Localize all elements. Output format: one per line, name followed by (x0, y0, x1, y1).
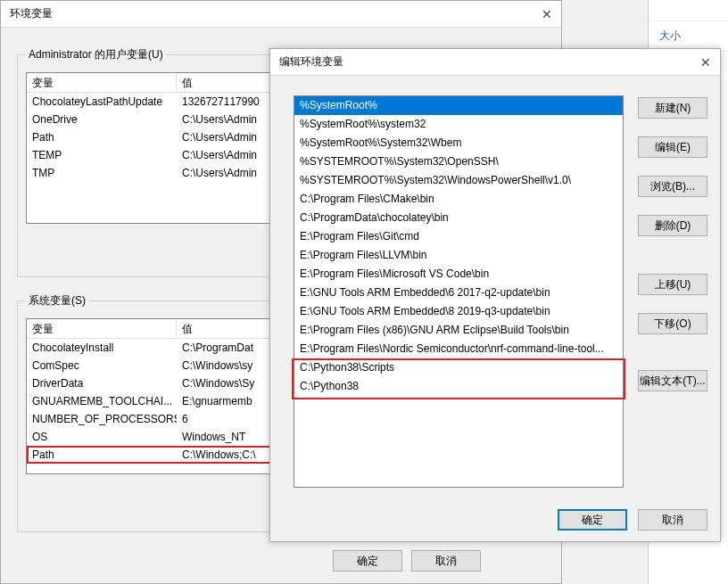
movedown-button[interactable]: 下移(O) (638, 313, 707, 334)
edit-cancel-button[interactable]: 取消 (638, 509, 707, 531)
edit-button[interactable]: 编辑(E) (638, 136, 707, 158)
cell-var: DriverData (27, 374, 177, 392)
list-item[interactable]: E:\Program Files (x86)\GNU ARM Eclipse\B… (294, 321, 623, 340)
list-item[interactable]: E:\Program Files\Microsoft VS Code\bin (294, 265, 623, 284)
list-item[interactable]: E:\GNU Tools ARM Embedded\8 2019-q3-upda… (294, 302, 623, 321)
list-item[interactable]: C:\ProgramData\chocolatey\bin (294, 209, 623, 227)
cell-var: ChocolateyLastPathUpdate (27, 93, 177, 111)
moveup-button[interactable]: 上移(U) (638, 274, 707, 295)
close-icon[interactable]: ✕ (542, 7, 552, 21)
cell-var: Path (27, 128, 177, 146)
new-button[interactable]: 新建(N) (638, 97, 707, 119)
list-item[interactable]: C:\Program Files\CMake\bin (294, 190, 623, 209)
list-item[interactable]: %SYSTEMROOT%\System32\OpenSSH\ (294, 152, 623, 171)
list-item[interactable]: %SystemRoot%\system32 (294, 115, 623, 134)
edittext-button[interactable]: 编辑文本(T)... (638, 370, 707, 391)
list-item[interactable]: E:\Program Files\Git\cmd (294, 227, 623, 246)
list-item[interactable]: %SystemRoot%\System32\Wbem (294, 134, 623, 152)
right-panel-header: 大小 (649, 21, 728, 52)
cell-var: GNUARMEMB_TOOLCHAI... (27, 392, 177, 410)
list-item[interactable]: E:\Program Files\Nordic Semiconductor\nr… (294, 340, 623, 358)
list-item[interactable]: %SystemRoot% (294, 96, 623, 115)
env-ok-button[interactable]: 确定 (333, 550, 402, 572)
delete-button[interactable]: 删除(D) (638, 215, 707, 236)
cell-var: Path (27, 446, 177, 464)
edit-ok-button[interactable]: 确定 (558, 509, 627, 531)
cell-var: NUMBER_OF_PROCESSORS (27, 410, 177, 428)
list-item[interactable]: %SYSTEMROOT%\System32\WindowsPowerShell\… (294, 171, 623, 190)
list-item[interactable]: C:\Python38 (294, 377, 623, 396)
env-window-titlebar: 环境变量 ✕ (1, 1, 561, 28)
cell-var: OS (27, 428, 177, 446)
env-cancel-button[interactable]: 取消 (411, 550, 481, 572)
edit-window-title: 编辑环境变量 (279, 54, 343, 70)
cell-var: ChocolateyInstall (27, 339, 177, 357)
edit-window-titlebar: 编辑环境变量 ✕ (270, 49, 720, 76)
list-item[interactable]: E:\GNU Tools ARM Embedded\6 2017-q2-upda… (294, 284, 623, 302)
user-vars-label: Administrator 的用户变量(U) (25, 47, 167, 62)
cell-var: ComSpec (27, 357, 177, 374)
browse-button[interactable]: 浏览(B)... (638, 176, 707, 197)
list-item[interactable]: C:\Python38\Scripts (294, 358, 623, 377)
list-item[interactable]: E:\Program Files\LLVM\bin (294, 246, 623, 265)
env-window-title: 环境变量 (10, 6, 53, 21)
col-variable[interactable]: 变量 (27, 73, 177, 92)
path-listbox[interactable]: %SystemRoot%%SystemRoot%\system32%System… (294, 95, 624, 488)
edit-env-window: 编辑环境变量 ✕ %SystemRoot%%SystemRoot%\system… (269, 48, 721, 542)
cell-var: OneDrive (27, 111, 177, 128)
cell-var: TEMP (27, 146, 177, 164)
close-icon[interactable]: ✕ (700, 55, 711, 70)
system-vars-label: 系统变量(S) (25, 293, 89, 308)
col-variable[interactable]: 变量 (27, 319, 177, 338)
cell-var: TMP (27, 164, 177, 182)
